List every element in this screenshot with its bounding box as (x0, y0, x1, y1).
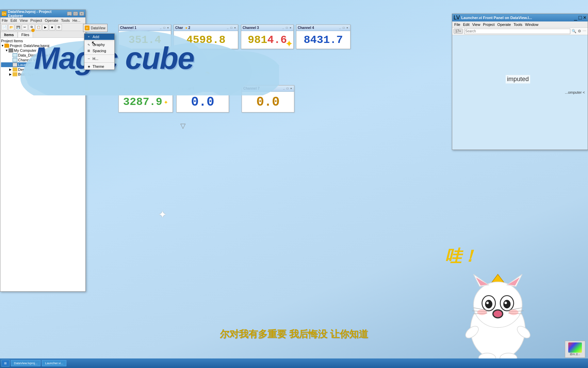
project-icon (4, 44, 9, 48)
ch1-minimize[interactable]: _ (159, 26, 162, 29)
menu-item-theme[interactable]: ◈ Theme (84, 63, 114, 70)
channel-4-title: Channel 4 (298, 26, 338, 30)
menu-project[interactable]: Project (30, 18, 42, 22)
dataview-floating-panel: D DataView (83, 24, 108, 32)
lvlib-icon-2 (13, 58, 17, 62)
channel-1-window: Channel 1 _ □ × 351.4 (118, 25, 171, 49)
close-button[interactable]: × (79, 12, 84, 16)
menu-view[interactable]: View (20, 18, 28, 22)
menu-item-spacing-label: Spacing (93, 49, 106, 53)
ch2-minimize[interactable]: _ (226, 26, 229, 29)
tree-data-displayview[interactable]: Data_DisplayView.Mlb (1, 53, 85, 58)
tree-header-label: Project Items (1, 39, 85, 43)
menu-item-graphy-label: Graphy (93, 43, 105, 47)
sparkle-1: ✦ (285, 38, 293, 49)
tab-items[interactable]: Items (0, 32, 18, 37)
launcher-titlebar: LV Launcher.vi Front Panel on DataView.l… (452, 14, 588, 21)
ch2-close[interactable]: × (233, 26, 236, 29)
menu-help[interactable]: He... (72, 18, 80, 22)
minimize-button[interactable]: _ (67, 12, 72, 16)
channel-1-title: Channel 1 (120, 26, 159, 30)
ch7-close[interactable]: × (290, 87, 293, 90)
menu-tools[interactable]: Tools (61, 18, 70, 22)
tree-dependencies[interactable]: ▶ Dependenci... (1, 67, 85, 72)
ch6-close[interactable]: × (224, 87, 227, 90)
launcher-content-label: ...omputer < (565, 90, 585, 94)
dataview-panel-title: DataView (91, 26, 105, 30)
ch5-minimize[interactable]: _ (161, 87, 164, 90)
sparkle-white-1: ✦ (158, 209, 167, 220)
menu-separator-2 (84, 55, 114, 55)
ch5-close[interactable]: × (168, 87, 171, 90)
menu-item-spacing[interactable]: ⊞ Spacing (84, 48, 114, 54)
taskbar-item-1[interactable]: DataView.lvproj... (11, 360, 40, 366)
launcher-maximize[interactable]: □ (578, 15, 582, 21)
ch6-minimize[interactable]: _ (217, 87, 220, 90)
toolbar-cut[interactable]: ✂ (22, 24, 28, 30)
tree-project-root[interactable]: ▼ Project: DataView.lvproj (1, 43, 85, 48)
ch2-restore[interactable]: □ (230, 26, 233, 29)
toolbar-run[interactable]: ▶ (42, 24, 48, 30)
channel-7-value: 0.0 (242, 92, 294, 112)
toolbar-settings[interactable]: ⚙ (56, 24, 62, 30)
ch3-restore[interactable]: □ (285, 26, 288, 29)
ch3-minimize[interactable]: _ (282, 26, 284, 29)
ch7-minimize[interactable]: _ (282, 87, 285, 90)
taskbar-item-2[interactable]: Launcher.vi... (42, 360, 66, 366)
menu-edit[interactable]: Edit (11, 18, 17, 22)
tree-channel-view[interactable]: Channel View.Llb (1, 58, 85, 62)
toolbar-paste[interactable]: 📋 (35, 24, 42, 30)
toolbar-open[interactable]: 📂 (8, 24, 14, 30)
menu-item-graphy[interactable]: ∿ Graphy (84, 42, 114, 48)
cartoon-character-area: 哇！ (442, 239, 561, 368)
project-explorer-titlebar: DV DataView.lvproj - Project Explorer _ … (0, 10, 85, 17)
toolbar-save[interactable]: 💾 (15, 24, 21, 30)
channel-2-value: 4598.8 (174, 31, 238, 49)
menu-separator-3 (84, 62, 114, 63)
tree-arrow-project: ▼ (1, 44, 4, 47)
toolbar-stop[interactable]: ■ (49, 24, 55, 30)
tab-files[interactable]: Files (18, 32, 33, 37)
ch4-restore[interactable]: □ (342, 26, 345, 29)
exclamation-text: 哇！ (445, 245, 478, 267)
ch5-restore[interactable]: □ (164, 87, 167, 90)
channel-7-titlebar: Channel 7 _ □ × (242, 86, 294, 92)
graphy-icon: ∿ (86, 43, 91, 47)
ch2-dot: ● (185, 26, 187, 30)
menu-item-add[interactable]: + Add (84, 34, 114, 40)
vi-icon (13, 63, 17, 67)
ch7-restore[interactable]: □ (286, 87, 289, 90)
folder-icon-1 (13, 67, 17, 72)
ch4-close[interactable]: × (346, 26, 349, 29)
corner-item: 図01.文... (565, 341, 585, 358)
project-tree: Project Items ▼ Project: DataView.lvproj… (0, 38, 85, 291)
channel-3-titlebar: Channel 3 _ □ × (241, 25, 293, 31)
ch4-minimize[interactable]: _ (339, 26, 341, 29)
svg-point-18 (486, 302, 489, 304)
tree-build-specs[interactable]: ▶ Build Specifi... (1, 72, 85, 77)
svg-point-16 (485, 300, 492, 308)
menu-operate[interactable]: Operate (45, 18, 59, 22)
launcher-close[interactable]: × (583, 15, 586, 21)
search-more-icon[interactable]: ⋯ (583, 29, 586, 33)
ch1-restore[interactable]: □ (163, 26, 166, 29)
toolbar-new[interactable]: 📄 (1, 24, 7, 30)
taskbar-start[interactable]: ⊞ (1, 360, 10, 367)
channel-2-title: Char ● 2 (175, 26, 226, 30)
ch6-restore[interactable]: □ (220, 87, 224, 90)
channel-7-title: Channel 7 (243, 87, 282, 90)
menu-item-h[interactable]: ↔ H... (84, 56, 114, 62)
project-explorer-window: DV DataView.lvproj - Project Explorer _ … (0, 10, 86, 292)
tree-my-computer[interactable]: ▼ My Computer (1, 48, 85, 53)
tree-launcher-vi[interactable]: Launcher.vi (1, 62, 85, 67)
search-icon[interactable]: 🔍 (572, 29, 576, 33)
ch1-close[interactable]: × (166, 26, 169, 29)
launcher-minimize[interactable]: _ (574, 15, 577, 21)
channel-6-value: 0.0 (177, 92, 229, 112)
context-menu: + Add ∿ Graphy ⊞ Spacing ↔ H... ◈ Theme (84, 33, 115, 70)
search-settings-icon[interactable]: ⚙ (578, 29, 581, 33)
channel-1-value: 351.4 (119, 31, 171, 49)
maximize-button[interactable]: □ (73, 12, 78, 16)
ch3-close[interactable]: × (289, 26, 292, 29)
menu-file[interactable]: File (2, 18, 8, 22)
